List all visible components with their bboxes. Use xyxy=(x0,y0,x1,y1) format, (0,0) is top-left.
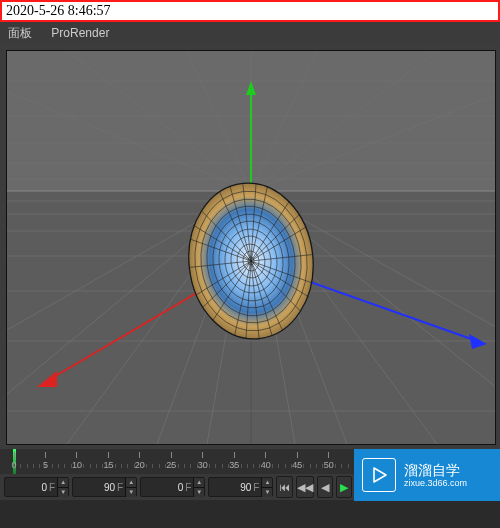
stepper-up-icon[interactable]: ▲ xyxy=(126,478,136,488)
watermark: 溜溜自学 zixue.3d66.com xyxy=(354,449,500,501)
stepper-down-icon[interactable]: ▼ xyxy=(58,488,68,497)
timestamp-bar: 2020-5-26 8:46:57 xyxy=(0,0,500,22)
menu-prorender[interactable]: ProRender xyxy=(51,26,109,40)
menu-panel[interactable]: 面板 xyxy=(8,26,32,40)
frame-end-field[interactable]: F ▲▼ xyxy=(72,477,137,497)
frame-end-input[interactable] xyxy=(73,482,117,493)
bottom-strip xyxy=(0,500,500,528)
ruler-tick: 15 xyxy=(96,452,120,470)
prev-frame-button[interactable]: ◀ xyxy=(317,476,333,498)
frame-start-field[interactable]: F ▲▼ xyxy=(4,477,69,497)
goto-start-button[interactable]: ⏮ xyxy=(276,476,292,498)
stepper-down-icon[interactable]: ▼ xyxy=(194,488,204,497)
frame-range-end-field[interactable]: F ▲▼ xyxy=(208,477,273,497)
viewport-3d[interactable] xyxy=(6,50,496,445)
frame-range-end-input[interactable] xyxy=(209,482,253,493)
stepper-up-icon[interactable]: ▲ xyxy=(262,478,272,488)
watermark-title: 溜溜自学 xyxy=(404,462,467,478)
ruler-tick: 10 xyxy=(65,452,89,470)
ruler-tick: 35 xyxy=(222,452,246,470)
stepper-up-icon[interactable]: ▲ xyxy=(58,478,68,488)
frame-current-input[interactable] xyxy=(141,482,185,493)
stepper-up-icon[interactable]: ▲ xyxy=(194,478,204,488)
play-button[interactable]: ▶ xyxy=(336,476,352,498)
watermark-sub: zixue.3d66.com xyxy=(404,478,467,489)
frame-start-input[interactable] xyxy=(5,482,49,493)
frame-current-field[interactable]: F ▲▼ xyxy=(140,477,205,497)
ruler-tick: 0 xyxy=(2,452,26,470)
frame-start-unit: F xyxy=(49,482,57,493)
ruler-tick: 50 xyxy=(317,452,341,470)
ruler-tick: 40 xyxy=(254,452,278,470)
prev-key-button[interactable]: ◀◀ xyxy=(296,476,314,498)
svg-marker-62 xyxy=(374,468,386,482)
viewport-canvas xyxy=(7,51,495,444)
menu-bar: 面板 ProRender xyxy=(0,22,500,44)
stepper-down-icon[interactable]: ▼ xyxy=(126,488,136,497)
timestamp-text: 2020-5-26 8:46:57 xyxy=(6,3,111,18)
ruler-tick: 30 xyxy=(191,452,215,470)
frame-current-unit: F xyxy=(185,482,193,493)
ruler-tick: 5 xyxy=(33,452,57,470)
play-outline-icon xyxy=(362,458,396,492)
ruler-tick: 20 xyxy=(128,452,152,470)
frame-end-unit: F xyxy=(117,482,125,493)
ruler-tick: 25 xyxy=(159,452,183,470)
frame-range-end-unit: F xyxy=(253,482,261,493)
ruler-tick: 45 xyxy=(285,452,309,470)
stepper-down-icon[interactable]: ▼ xyxy=(262,488,272,497)
viewport-frame xyxy=(0,44,500,449)
